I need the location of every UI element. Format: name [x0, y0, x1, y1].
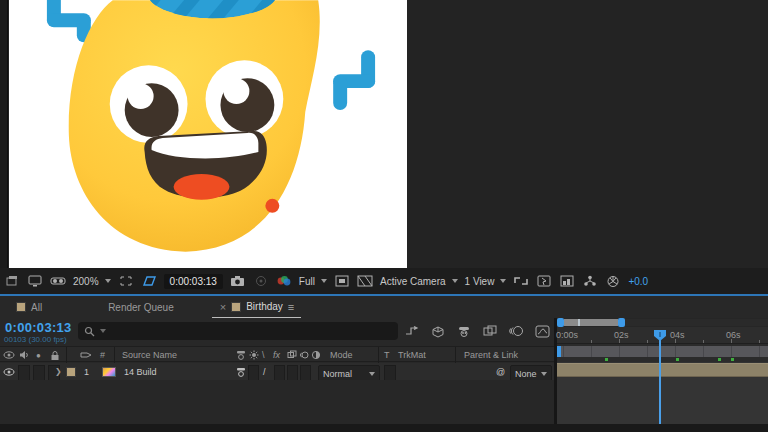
timeline-track-area: 0:00s 02s 04s 06s [557, 318, 768, 424]
tab-all-label: All [31, 302, 42, 313]
channels-rgb-icon[interactable] [276, 274, 292, 288]
close-icon[interactable]: × [220, 301, 226, 313]
keyframe-marker[interactable] [676, 358, 679, 361]
3d-view-dropdown[interactable]: Active Camera [380, 276, 458, 287]
timeline-button-icon[interactable] [559, 274, 575, 288]
reset-exposure-icon[interactable] [605, 274, 621, 288]
exposure-value[interactable]: +0.0 [628, 276, 648, 287]
mode-column[interactable]: Mode [330, 347, 353, 363]
parent-pickwhip-icon[interactable]: @ [496, 363, 505, 380]
stereo-3d-glasses-icon[interactable] [50, 274, 66, 288]
label-column-icon[interactable] [80, 347, 92, 363]
viewer-current-time[interactable]: 0:00:03:13 [164, 274, 223, 289]
composition-thumbnail-icon [102, 363, 116, 380]
resolution-dropdown[interactable]: Full [299, 276, 327, 287]
layer-name[interactable]: 14 Build [124, 363, 157, 380]
layer-shy-toggle-icon[interactable] [236, 363, 246, 380]
navigator-bar[interactable] [564, 319, 618, 326]
panel-bottom-strip [0, 424, 768, 432]
draft-3d-icon[interactable] [430, 324, 446, 338]
adjustment-layer-switch-icon[interactable] [311, 347, 321, 363]
chevron-down-icon [452, 279, 458, 283]
frame-info: 00103 (30.00 fps) [4, 335, 67, 344]
pixel-aspect-correction-icon[interactable] [513, 274, 529, 288]
layer-quality-toggle[interactable]: / [263, 363, 266, 380]
keyframe-marker[interactable] [731, 358, 734, 361]
after-effects-window: 200% 0:00:03:13 Full Active Camera 1 Vie… [0, 0, 768, 432]
tab-render-queue[interactable]: Render Queue [100, 296, 182, 318]
collapse-transformations-icon[interactable] [249, 347, 259, 363]
timeline-empty-area[interactable] [557, 378, 768, 424]
navigator-start-handle[interactable] [557, 318, 564, 327]
frame-blend-switch-icon[interactable] [287, 347, 297, 363]
ruler-label: 0:00s [556, 330, 578, 340]
graph-editor-icon[interactable] [534, 324, 550, 338]
video-column-icon[interactable] [3, 347, 15, 363]
navigator-end-handle[interactable] [618, 318, 625, 327]
frame-blending-icon[interactable] [482, 324, 498, 338]
layer-row[interactable]: ❯ 1 14 Build / Normal @ [0, 363, 554, 380]
layer-expand-arrow[interactable]: ❯ [55, 363, 62, 380]
magnification-dropdown[interactable]: 200% [73, 276, 111, 287]
tab-render-queue-label: Render Queue [108, 302, 174, 313]
mask-visibility-toggle-icon[interactable] [141, 274, 157, 288]
chevron-down-icon [500, 279, 506, 283]
playhead-line[interactable] [659, 340, 661, 424]
label-color-swatch [231, 302, 241, 312]
transparency-grid-icon[interactable] [357, 274, 373, 288]
preview-panel-icon[interactable] [4, 274, 20, 288]
composition-viewer [0, 0, 768, 268]
composition-flowchart-icon[interactable] [582, 274, 598, 288]
work-area-bar[interactable] [557, 346, 768, 357]
chevron-down-icon [321, 279, 327, 283]
text-column[interactable]: T [384, 347, 390, 363]
composition-canvas[interactable] [9, 0, 407, 268]
layer-list-empty-area[interactable] [0, 380, 554, 424]
layer-visibility-eye-icon[interactable] [3, 363, 15, 380]
parent-link-column[interactable]: Parent & Link [464, 347, 518, 363]
timeline-toggle-icons [404, 322, 550, 340]
view-layout-value: 1 View [465, 276, 495, 287]
time-controls-row: 0:00:03:13 00103 (30.00 fps) [0, 318, 554, 346]
layer-label-swatch[interactable] [66, 363, 76, 380]
monitor-icon[interactable] [27, 274, 43, 288]
panel-tab-bar: All Render Queue × Birthday ≡ [0, 296, 768, 318]
trkmat-column[interactable]: TrkMat [398, 347, 426, 363]
zoom-value: 200% [73, 276, 99, 287]
shy-layers-icon[interactable] [456, 324, 472, 338]
shy-switch-icon[interactable] [236, 347, 246, 363]
fast-previews-icon[interactable] [536, 274, 552, 288]
emoji-artwork [9, 0, 407, 268]
panel-menu-icon[interactable]: ≡ [288, 301, 293, 313]
motion-blur-icon[interactable] [508, 324, 524, 338]
tab-birthday[interactable]: × Birthday ≡ [212, 296, 302, 318]
playhead-marker[interactable] [653, 329, 667, 342]
ruler-label: 04s [670, 330, 685, 340]
work-area-start-handle[interactable] [557, 346, 561, 357]
show-snapshot-icon[interactable] [253, 274, 269, 288]
ruler-label: 02s [614, 330, 629, 340]
region-target-icon[interactable] [334, 274, 350, 288]
viewer-toolbar: 200% 0:00:03:13 Full Active Camera 1 Vie… [0, 268, 768, 294]
layer-duration-bar[interactable] [557, 363, 768, 377]
search-input[interactable] [78, 322, 398, 340]
region-of-interest-icon[interactable] [118, 274, 134, 288]
lock-column-icon[interactable] [50, 347, 60, 363]
effects-column-icon[interactable]: fx [273, 347, 280, 363]
search-options-chevron-icon [100, 329, 106, 333]
quality-column-icon[interactable]: \ [262, 347, 265, 363]
timeline-navigator[interactable] [557, 318, 768, 327]
keyframe-marker[interactable] [605, 358, 608, 361]
composition-mini-flowchart-icon[interactable] [404, 324, 420, 338]
current-timecode[interactable]: 0:00:03:13 [5, 320, 72, 335]
keyframe-marker[interactable] [718, 358, 721, 361]
blend-mode-value: Normal [323, 369, 352, 379]
tab-all[interactable]: All [8, 296, 50, 318]
audio-column-icon[interactable] [18, 347, 30, 363]
view-layout-dropdown[interactable]: 1 View [465, 276, 507, 287]
motion-blur-switch-icon[interactable] [299, 347, 309, 363]
layer-number-column[interactable]: # [100, 347, 105, 363]
solo-column-icon[interactable]: ● [36, 347, 41, 363]
source-name-column[interactable]: Source Name [122, 347, 177, 363]
snapshot-camera-icon[interactable] [230, 274, 246, 288]
